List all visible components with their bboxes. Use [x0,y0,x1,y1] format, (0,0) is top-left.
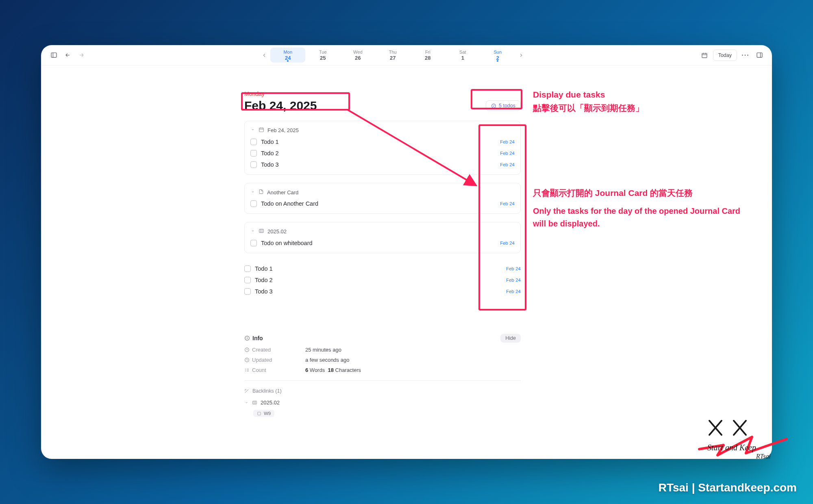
svg-line-25 [348,110,475,185]
annotation-arrow [41,45,772,459]
app-window: Mon 24 Tue 25 Wed 26 Thu 27 Fri 28 Sat [41,45,772,459]
svg-text:Start and Keep: Start and Keep [707,443,756,452]
signature-graphic: Start and Keep RTsai [695,415,789,463]
svg-text:RTsai: RTsai [756,453,771,460]
footer-credit: RTsai | Startandkeep.com [659,481,797,494]
